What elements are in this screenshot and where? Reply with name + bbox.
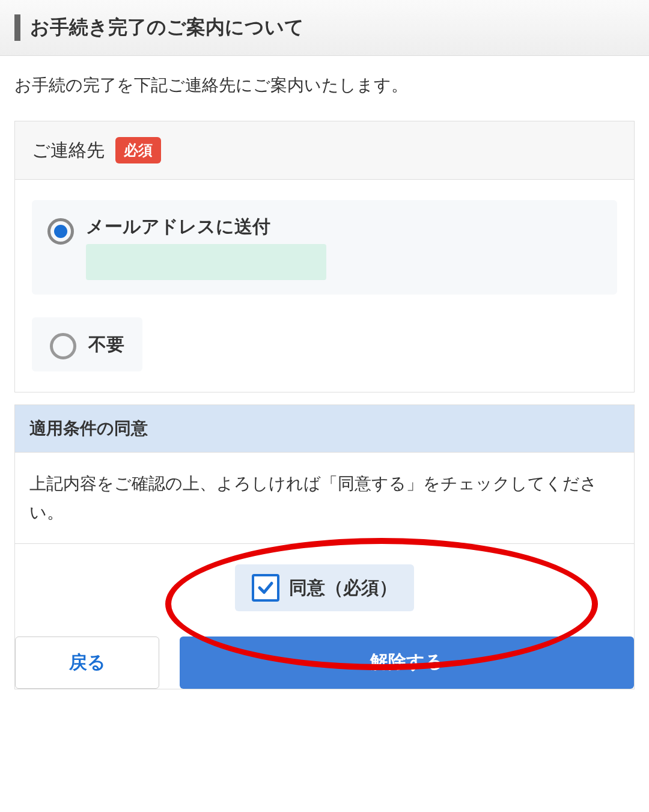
action-area-wrap: 同意（必須） 戻る 解除する [15, 544, 634, 689]
button-row: 戻る 解除する [15, 636, 634, 689]
radio-option-email[interactable]: メールアドレスに送付 [32, 200, 617, 295]
intro-text: お手続の完了を下記ご連絡先にご案内いたします。 [14, 74, 635, 97]
header-accent-bar [14, 14, 20, 41]
checkbox-square[interactable] [252, 574, 279, 602]
radio-selected-dot-icon [54, 225, 67, 238]
radio-button-email[interactable] [47, 218, 74, 245]
radio-email-label: メールアドレスに送付 [86, 215, 326, 239]
required-badge: 必須 [115, 137, 161, 163]
consent-checkbox-button[interactable]: 同意（必須） [235, 564, 414, 611]
submit-button[interactable]: 解除する [180, 636, 634, 689]
page-title: お手続き完了のご案内について [30, 14, 304, 41]
consent-checkbox-label: 同意（必須） [289, 576, 397, 600]
contact-panel: ご連絡先 必須 メールアドレスに送付 不要 [14, 121, 635, 392]
back-button[interactable]: 戻る [15, 636, 159, 689]
radio-none-content: 不要 [88, 332, 124, 357]
consent-body-text: 上記内容をご確認の上、よろしければ「同意する」をチェックしてください。 [15, 453, 634, 544]
radio-option-none[interactable]: 不要 [32, 317, 142, 371]
email-value-display [86, 244, 326, 280]
check-icon [257, 579, 275, 597]
content-area: お手続の完了を下記ご連絡先にご案内いたします。 ご連絡先 必須 メールアドレスに… [0, 56, 649, 713]
radio-none-label: 不要 [88, 332, 124, 357]
radio-email-content: メールアドレスに送付 [86, 215, 326, 280]
contact-panel-body: メールアドレスに送付 不要 [15, 180, 634, 392]
contact-panel-header: ご連絡先 必須 [15, 121, 634, 180]
consent-panel: 適用条件の同意 上記内容をご確認の上、よろしければ「同意する」をチェックしてくだ… [14, 404, 635, 689]
page-header: お手続き完了のご案内について [0, 0, 649, 56]
radio-button-none[interactable] [50, 333, 76, 359]
consent-title: 適用条件の同意 [15, 405, 634, 453]
contact-section-title: ご連絡先 [32, 138, 105, 163]
consent-check-wrap: 同意（必須） [15, 544, 634, 618]
